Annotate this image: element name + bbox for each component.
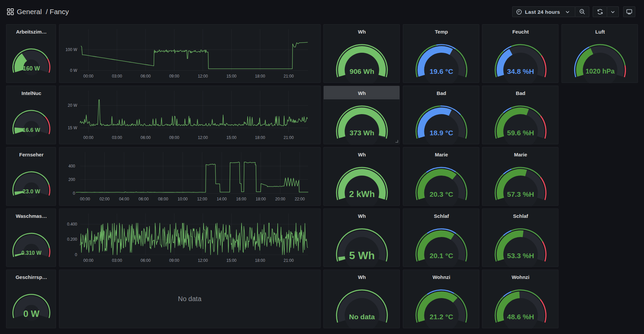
svg-text:10:00: 10:00 [177,197,187,201]
svg-text:53.3 %H: 53.3 %H [507,251,534,259]
svg-text:04:00: 04:00 [119,197,129,201]
svg-text:Geschirrsp…: Geschirrsp… [15,274,47,280]
svg-text:20.3 °C: 20.3 °C [429,190,453,198]
svg-text:Wh: Wh [358,152,366,157]
svg-text:06:00: 06:00 [141,74,151,79]
svg-text:06:00: 06:00 [141,258,151,263]
svg-text:16:00: 16:00 [236,197,246,201]
svg-text:0.310 W: 0.310 W [21,250,42,255]
svg-text:Temp: Temp [435,29,448,35]
svg-text:03:00: 03:00 [112,135,122,140]
svg-text:160 W: 160 W [23,65,40,72]
svg-text:34.8 %H: 34.8 %H [507,67,534,75]
svg-text:20:00: 20:00 [275,197,285,201]
svg-text:0: 0 [73,191,75,196]
svg-text:Marie: Marie [514,152,527,157]
svg-text:12:00: 12:00 [197,197,207,201]
svg-text:09:00: 09:00 [169,74,179,79]
svg-text:100 W: 100 W [65,47,77,52]
svg-text:18:00: 18:00 [255,74,265,79]
svg-text:15 W: 15 W [67,126,77,130]
svg-text:Fernseher: Fernseher [19,152,44,157]
svg-text:0.200: 0.200 [67,237,77,242]
svg-text:1020 hPa: 1020 hPa [585,67,615,75]
svg-text:02:00: 02:00 [99,197,109,201]
svg-text:00:00: 00:00 [80,197,90,201]
svg-text:Luft: Luft [595,29,604,35]
svg-text:0 W: 0 W [70,68,77,73]
svg-text:03:00: 03:00 [112,258,122,263]
svg-text:06:00: 06:00 [139,197,149,201]
svg-text:16.6 W: 16.6 W [22,127,40,133]
svg-text:18:00: 18:00 [255,258,265,263]
svg-text:18:00: 18:00 [255,135,265,140]
svg-text:03:00: 03:00 [112,74,122,79]
svg-text:200: 200 [68,177,75,182]
svg-text:23.0 W: 23.0 W [22,188,40,194]
svg-text:0 W: 0 W [23,309,40,319]
svg-text:22:00: 22:00 [294,197,305,201]
svg-text:373 Wh: 373 Wh [350,129,374,137]
svg-text:15:00: 15:00 [226,258,236,263]
svg-text:906 Wh: 906 Wh [350,67,374,75]
svg-text:Wh: Wh [358,213,366,219]
svg-text:00:00: 00:00 [83,74,93,79]
svg-text:09:00: 09:00 [169,135,179,140]
svg-text:Wohnzi: Wohnzi [432,274,450,280]
svg-text:14:00: 14:00 [216,197,226,201]
svg-text:19.6 °C: 19.6 °C [429,67,453,75]
svg-text:00:00: 00:00 [83,258,93,263]
svg-text:21:00: 21:00 [283,258,293,263]
svg-text:Marie: Marie [435,152,448,157]
svg-text:18.9 °C: 18.9 °C [429,129,453,137]
svg-text:0: 0 [75,252,77,257]
svg-text:Schlaf: Schlaf [434,213,449,219]
svg-text:15:00: 15:00 [226,74,236,79]
svg-text:12:00: 12:00 [198,135,208,140]
svg-text:0.400: 0.400 [67,222,77,226]
svg-text:5 Wh: 5 Wh [349,249,375,261]
svg-text:400: 400 [68,164,75,169]
svg-text:Bad: Bad [436,90,446,96]
svg-text:IntelNuc: IntelNuc [21,90,41,96]
svg-text:Bad: Bad [516,90,525,96]
svg-text:Wh: Wh [358,29,366,35]
svg-text:59.6 %H: 59.6 %H [507,129,534,137]
svg-text:15:00: 15:00 [226,135,236,140]
svg-text:06:00: 06:00 [141,135,151,140]
svg-text:09:00: 09:00 [169,258,179,263]
svg-text:20.1 °C: 20.1 °C [429,251,453,259]
svg-text:21.2 °C: 21.2 °C [429,313,453,321]
svg-text:48.6 %H: 48.6 %H [507,313,534,321]
svg-text:2 kWh: 2 kWh [349,189,375,199]
svg-text:Wh: Wh [358,90,366,96]
svg-text:00:00: 00:00 [83,135,93,140]
svg-text:Waschmas…: Waschmas… [16,213,47,219]
svg-text:08:00: 08:00 [158,197,168,201]
svg-text:Wh: Wh [358,274,366,280]
svg-text:21:00: 21:00 [283,74,293,79]
svg-text:20 W: 20 W [67,103,77,108]
svg-text:21:00: 21:00 [283,135,293,140]
svg-text:Wohnzi: Wohnzi [512,274,529,280]
svg-text:57.3 %H: 57.3 %H [507,190,534,198]
svg-text:Arbeitszim…: Arbeitszim… [16,29,47,35]
svg-text:12:00: 12:00 [198,74,208,79]
svg-text:12:00: 12:00 [198,258,208,263]
svg-text:Feucht: Feucht [512,29,529,35]
svg-text:No data: No data [349,313,375,321]
svg-text:Schlaf: Schlaf [513,213,528,219]
svg-text:18:00: 18:00 [256,197,266,201]
